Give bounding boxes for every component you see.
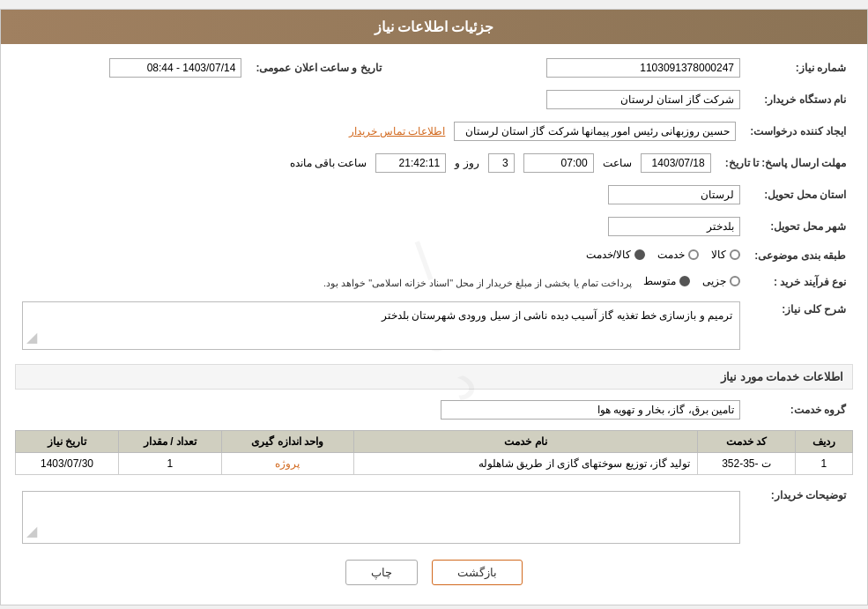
col-row: ردیف: [795, 431, 852, 453]
info-grid-need-desc: شرح کلی نیاز: ترمیم و بازسازی خط تغذیه گ…: [15, 298, 853, 353]
process-label-medium: متوسط: [643, 275, 676, 287]
send-days-input: 3: [488, 153, 515, 173]
info-grid-1: شماره نیاز: 1103091378000247 تاریخ و ساع…: [15, 55, 853, 81]
process-note: پرداخت تمام یا بخشی از مبلغ خریدار از مح…: [323, 278, 632, 288]
col-name: نام خدمت: [353, 431, 698, 453]
radio-medium: [679, 276, 690, 286]
service-group-input: تامین برق، گاز، بخار و تهویه هوا: [441, 400, 740, 420]
info-grid-4: مهلت ارسال پاسخ: تا تاریخ: 1403/07/18 سا…: [15, 150, 853, 176]
cell-date: 1403/07/30: [16, 453, 119, 475]
page-header: جزئیات اطلاعات نیاز: [1, 10, 867, 44]
table-row: 1 ت -35-352 تولید گاز، توزیع سوختهای گاز…: [16, 453, 853, 475]
info-grid-6: شهر محل تحویل: بلدختر: [15, 213, 853, 240]
category-option-both: کالا/خدمت: [586, 249, 645, 261]
province-input: لرستان: [608, 185, 740, 204]
print-button[interactable]: چاپ: [345, 560, 418, 585]
creator-input: حسین روزبهانی رئیس امور پیمانها شرکت گاز…: [454, 122, 736, 141]
unit-link: پروژه: [275, 457, 300, 470]
info-grid-buyer-desc: توضیحات خریدار: ◢: [15, 484, 853, 547]
announce-label: تاریخ و ساعت اعلان عمومی:: [249, 55, 388, 81]
buyer-desc-container: ◢: [15, 484, 747, 547]
process-option-minor: جزیی: [702, 275, 740, 287]
cell-row: 1: [795, 453, 852, 475]
cell-qty: 1: [119, 453, 222, 475]
need-number-label: شماره نیاز:: [747, 55, 853, 81]
radio-minor: [730, 276, 740, 286]
page-title: جزئیات اطلاعات نیاز: [375, 19, 494, 34]
creator-value: حسین روزبهانی رئیس امور پیمانها شرکت گاز…: [15, 118, 743, 145]
col-unit: واحد اندازه گیری: [221, 431, 353, 453]
radio-service: [688, 249, 699, 260]
col-date: تاریخ نیاز: [16, 431, 119, 453]
buyer-org-input: شرکت گاز استان لرستان: [546, 90, 740, 109]
send-remaining-input: 21:42:11: [375, 153, 446, 173]
process-label: نوع فرآیند خرید :: [747, 271, 853, 293]
info-grid-service-group: گروه خدمت: تامین برق، گاز، بخار و تهویه …: [15, 397, 853, 423]
col-qty: تعداد / مقدار: [119, 431, 222, 453]
buyer-desc-label: توضیحات خریدار:: [747, 484, 853, 547]
category-radio-group: کالا خدمت کالا/خدمت: [586, 249, 740, 261]
info-grid-5: استان محل تحویل: لرستان: [15, 182, 853, 208]
service-table: ردیف کد خدمت نام خدمت واحد اندازه گیری ت…: [15, 430, 853, 475]
category-label: طبقه بندی موضوعی:: [747, 245, 853, 266]
buyer-org-value: شرکت گاز استان لرستان: [15, 86, 747, 113]
services-section-title: اطلاعات خدمات مورد نیاز: [15, 364, 853, 390]
send-date-input: 1403/07/18: [641, 153, 711, 173]
col-code: کد خدمت: [698, 431, 795, 453]
need-desc-box: ترمیم و بازسازی خط تغذیه گاز آسیب دیده ن…: [22, 301, 740, 350]
radio-both: [634, 249, 645, 260]
category-label-service: خدمت: [657, 249, 685, 261]
main-content: اند شماره نیاز: 1103091378000247 تاریخ و…: [1, 44, 867, 605]
service-table-header: ردیف کد خدمت نام خدمت واحد اندازه گیری ت…: [16, 431, 853, 453]
need-desc-label: شرح کلی نیاز:: [747, 298, 853, 353]
service-group-label: گروه خدمت:: [747, 397, 853, 423]
send-days-label: روز و: [455, 157, 479, 169]
page-wrapper: جزئیات اطلاعات نیاز اند شماره نیاز: 1103…: [0, 9, 868, 605]
buyer-org-label: نام دستگاه خریدار:: [747, 86, 853, 113]
need-number-value: 1103091378000247: [415, 55, 747, 81]
resize-icon: ◢: [26, 329, 37, 345]
cell-name: تولید گاز، توزیع سوختهای گازی از طریق شا…: [353, 453, 698, 475]
process-option-medium: متوسط: [643, 275, 690, 287]
cell-unit: پروژه: [221, 453, 353, 475]
creator-label: ایجاد کننده درخواست:: [743, 118, 853, 145]
category-option-service: خدمت: [657, 249, 699, 261]
province-label: استان محل تحویل:: [747, 182, 853, 208]
send-deadline-label: مهلت ارسال پاسخ: تا تاریخ:: [718, 150, 853, 176]
send-remaining-label: ساعت باقی مانده: [290, 157, 367, 169]
need-desc-text: ترمیم و بازسازی خط تغذیه گاز آسیب دیده ن…: [382, 309, 732, 322]
category-options: کالا خدمت کالا/خدمت: [15, 245, 747, 266]
info-grid-8: نوع فرآیند خرید : جزیی متوسط پرداخت: [15, 271, 853, 293]
process-radio-group: جزیی متوسط: [643, 275, 740, 287]
category-label-both: کالا/خدمت: [586, 249, 631, 261]
buyer-resize-icon: ◢: [26, 523, 37, 539]
buttons-row: بازگشت چاپ: [15, 560, 853, 585]
contact-link[interactable]: اطلاعات تماس خریدار: [349, 125, 446, 137]
send-deadline-values: 1403/07/18 ساعت 07:00 3 روز و 21:42:11 س…: [15, 150, 718, 176]
province-value: لرستان: [15, 182, 747, 208]
service-group-value: تامین برق، گاز، بخار و تهویه هوا: [15, 397, 747, 423]
info-grid-3: ایجاد کننده درخواست: حسین روزبهانی رئیس …: [15, 118, 853, 145]
category-option-goods: کالا: [711, 249, 740, 261]
announce-value: 1403/07/14 - 08:44: [15, 55, 249, 81]
need-desc-container: ترمیم و بازسازی خط تغذیه گاز آسیب دیده ن…: [15, 298, 747, 353]
need-number-input: 1103091378000247: [546, 58, 740, 78]
info-grid-7: طبقه بندی موضوعی: کالا خدمت: [15, 245, 853, 266]
announce-input: 1403/07/14 - 08:44: [109, 58, 241, 78]
info-grid-2: نام دستگاه خریدار: شرکت گاز استان لرستان: [15, 86, 853, 113]
category-label-goods: کالا: [711, 249, 726, 261]
back-button[interactable]: بازگشت: [432, 560, 523, 585]
city-value: بلدختر: [15, 213, 747, 240]
send-time-input: 07:00: [523, 153, 594, 173]
send-time-label: ساعت: [603, 157, 632, 169]
process-label-minor: جزیی: [702, 275, 726, 287]
city-input: بلدختر: [608, 217, 740, 236]
process-options: جزیی متوسط پرداخت تمام یا بخشی از مبلغ خ…: [15, 271, 747, 293]
cell-code: ت -35-352: [698, 453, 795, 475]
buyer-desc-box: ◢: [22, 491, 740, 544]
city-label: شهر محل تحویل:: [747, 213, 853, 240]
radio-goods: [730, 249, 740, 260]
